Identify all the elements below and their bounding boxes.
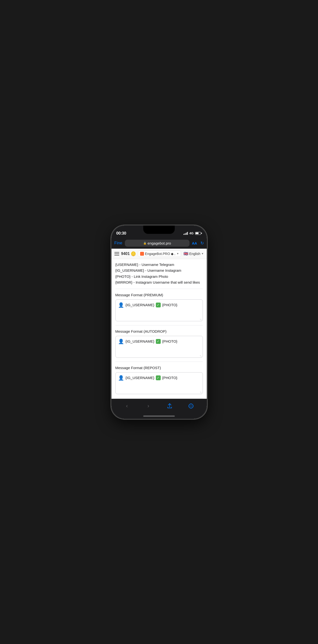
var-line-username: {USERNAME} - Username Telegram (115, 262, 203, 268)
battery-tip (201, 233, 202, 234)
premium-ig-username: {IG_USERNAME} (126, 303, 155, 307)
share-button[interactable] (165, 402, 174, 410)
coin-icon: 🪙 (131, 251, 136, 256)
repost-label: Message Format (REPOST) (115, 366, 203, 370)
network-label: 4G (189, 232, 193, 235)
battery-fill (196, 232, 198, 234)
phone-frame: 00:30 4G Fine 🔒 engagebot.pro (112, 226, 207, 419)
home-indicator (143, 416, 175, 417)
autodrop-textarea[interactable]: 👤 {IG_USERNAME} ✓ {PHOTO} ⤡ (115, 336, 203, 358)
hamburger-menu-button[interactable] (114, 252, 119, 256)
status-time: 00:30 (116, 231, 126, 236)
premium-textarea-content: 👤 {IG_USERNAME} ✓ {PHOTO} (118, 302, 200, 308)
brand-icon (140, 252, 144, 256)
repost-section: Message Format (REPOST) 👤 {IG_USERNAME} … (115, 362, 203, 398)
browser-back-nav-button[interactable]: ‹ (122, 402, 132, 410)
signal-bars-icon (183, 232, 188, 235)
autodrop-ig-username: {IG_USERNAME} (126, 339, 155, 343)
repost-textarea-content: 👤 {IG_USERNAME} ✓ {PHOTO} (118, 375, 200, 381)
premium-photo: {PHOTO} (162, 303, 177, 307)
repost-textarea[interactable]: 👤 {IG_USERNAME} ✓ {PHOTO} ⤡ (115, 372, 203, 394)
flag-icon: 🇬🇧 (183, 251, 188, 256)
notch (143, 226, 175, 234)
var-line-mirror: {MIRROR} - Instagram Username that will … (115, 280, 203, 285)
repost-photo: {PHOTO} (162, 376, 177, 380)
browser-bar: Fine 🔒 engagebot.pro AA ↻ (112, 238, 207, 249)
svg-point-1 (190, 406, 191, 406)
autodrop-photo: {PHOTO} (162, 339, 177, 343)
battery-icon (195, 232, 202, 235)
user-icon-autodrop: 👤 (118, 338, 124, 344)
repost-ig-username: {IG_USERNAME} (126, 376, 155, 380)
content-area[interactable]: {USERNAME} - Username Telegram {IG_USERN… (112, 259, 207, 399)
url-text: engagebot.pro (148, 241, 171, 245)
status-icons: 4G (183, 232, 202, 235)
language-label: English (189, 252, 200, 256)
url-bar[interactable]: 🔒 engagebot.pro (125, 240, 189, 247)
resize-handle-premium[interactable]: ⤡ (200, 318, 202, 320)
checkmark-premium-icon: ✓ (156, 302, 161, 308)
compass-button[interactable] (186, 402, 196, 410)
nav-bar: 9401 🪙 EngageBot.PRO ◆.. ▼ 🇬🇧 English ▼ (112, 249, 207, 259)
browser-back-button[interactable]: Fine (114, 241, 122, 246)
lang-dropdown-arrow-icon: ▼ (201, 252, 204, 255)
checkmark-repost-icon: ✓ (156, 376, 161, 380)
user-icon-repost: 👤 (118, 375, 124, 381)
variables-info: {USERNAME} - Username Telegram {IG_USERN… (115, 259, 203, 289)
autodrop-section: Message Format (AUTODROP) 👤 {IG_USERNAME… (115, 326, 203, 362)
language-selector[interactable]: 🇬🇧 English ▼ (183, 251, 204, 256)
premium-textarea[interactable]: 👤 {IG_USERNAME} ✓ {PHOTO} ⤡ (115, 300, 203, 321)
resize-handle-repost[interactable]: ⤡ (200, 391, 202, 394)
brand-label: EngageBot.PRO ◆.. (145, 252, 175, 256)
phone-screen: 00:30 4G Fine 🔒 engagebot.pro (112, 226, 207, 419)
premium-section: Message Format (PREMIUM) 👤 {IG_USERNAME}… (115, 289, 203, 326)
lock-icon: 🔒 (143, 242, 147, 245)
premium-label: Message Format (PREMIUM) (115, 293, 203, 297)
var-line-photo: {PHOTO} - Link Instagram Photo (115, 274, 203, 280)
refresh-button[interactable]: ↻ (200, 241, 204, 246)
autodrop-label: Message Format (AUTODROP) (115, 329, 203, 334)
browser-forward-nav-button[interactable]: › (144, 402, 153, 410)
var-line-ig-username: {IG_USERNAME} - Username Instagram (115, 268, 203, 274)
coins-badge: 9401 🪙 (121, 251, 136, 256)
coins-count: 9401 (121, 252, 130, 256)
autodrop-textarea-content: 👤 {IG_USERNAME} ✓ {PHOTO} (118, 338, 200, 344)
resize-handle-autodrop[interactable]: ⤡ (200, 354, 202, 357)
brand-selector[interactable]: EngageBot.PRO ◆.. ▼ (138, 250, 181, 257)
brand-dropdown-arrow-icon: ▼ (176, 252, 179, 255)
text-size-button[interactable]: AA (192, 241, 197, 245)
checkmark-autodrop-icon: ✓ (156, 339, 161, 344)
battery-body (195, 232, 201, 235)
user-icon-premium: 👤 (118, 302, 124, 308)
browser-actions: AA ↻ (192, 241, 204, 246)
